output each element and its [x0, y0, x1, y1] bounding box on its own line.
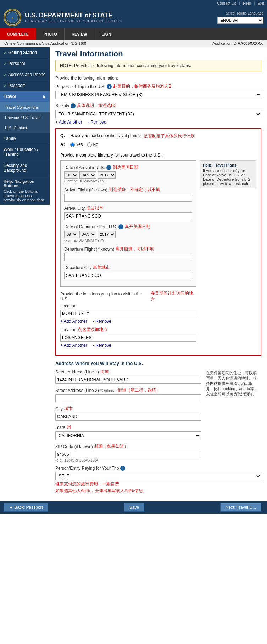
street2-optional: *Optional — [100, 388, 116, 393]
remove-location-2-link[interactable]: - Remove — [93, 343, 111, 348]
page-title: Travel Information — [55, 49, 261, 59]
add-location-2-link[interactable]: + Add Another — [60, 343, 87, 348]
sidebar-item-security-background[interactable]: Security and Background — [0, 160, 50, 176]
departure-date-annot: 离开美国日期 — [125, 224, 150, 230]
travel-help-text: If you are unsure of your Date of Arriva… — [203, 169, 253, 186]
departure-city-input[interactable] — [64, 272, 192, 279]
arrival-flight-label: Arrival Flight (if known) — [64, 187, 107, 192]
departure-date-group: Date of Departure from U.S. i 离开美国日期 09 … — [64, 224, 192, 242]
specify-annot: 具体说明，旅游选B2 — [77, 103, 116, 109]
city-group: City 城市 — [55, 406, 201, 421]
travel-plans-no-label[interactable]: No — [87, 142, 98, 147]
header-title-main: U.S. DEPARTMENT of STATE — [25, 12, 112, 19]
sidebar-item-work-education[interactable]: Work / Education / Training — [0, 144, 50, 160]
note-text: NOTE: Provide the following information … — [60, 63, 191, 68]
location-2-group: Location 点这里添加地点 + Add Another - Remove — [60, 327, 196, 348]
header: ★ U.S. DEPARTMENT of STATE CONSULAR ELEC… — [0, 6, 267, 28]
sidebar-item-address-phone[interactable]: ✓Address and Phone — [0, 69, 50, 80]
top-bar: Contact Us | Help | Exit — [0, 0, 267, 6]
save-button[interactable]: Save — [124, 503, 144, 512]
seal-icon: ★ — [4, 9, 21, 26]
contact-us-link[interactable]: Contact Us — [217, 1, 236, 5]
arrival-month-select[interactable]: JAN — [79, 171, 96, 179]
footer-bar: ◄ Back: Passport Save Next: Travel C... — [0, 501, 267, 514]
city-label: City — [55, 406, 63, 411]
street2-annot: 街道（第二行，选填） — [118, 387, 160, 393]
sidebar-item-personal[interactable]: ✓Personal — [0, 58, 50, 69]
travel-plans-help-box: Help: Travel Plans If you are unsure of … — [200, 160, 256, 188]
location-2-input[interactable] — [60, 334, 196, 342]
nav-review[interactable]: REVIEW — [65, 28, 94, 40]
purpose-info-icon[interactable]: i — [107, 84, 112, 89]
content-area: Travel Information NOTE: Provide the fol… — [50, 47, 267, 501]
sidebar-item-passport[interactable]: ✓Passport — [0, 80, 50, 91]
payer-label: Person/Entity Paying for Your Trip — [55, 466, 119, 471]
arrival-city-input[interactable] — [64, 212, 192, 220]
arrival-day-select[interactable]: 01 — [64, 171, 78, 179]
zip-input[interactable] — [55, 451, 201, 458]
location-1-input[interactable] — [60, 310, 196, 317]
departure-year-select[interactable]: 2017 — [98, 231, 116, 238]
specify-info-icon[interactable]: i — [71, 103, 76, 108]
departure-date-label: Date of Departure from U.S. — [64, 224, 117, 229]
sidebar-item-travel-companions[interactable]: Travel Companions — [0, 102, 50, 113]
arrival-date-format: (Format: DD-MMM-YYYY) — [64, 179, 192, 183]
sidebar-item-travel[interactable]: Travel ▶ — [0, 91, 50, 102]
remove-specify-link[interactable]: - Remove — [88, 120, 106, 125]
payer-select[interactable]: SELF — [55, 472, 261, 480]
exit-link[interactable]: Exit — [258, 1, 264, 5]
travel-plans-yes-radio[interactable] — [70, 142, 75, 147]
arrival-flight-input[interactable] — [64, 194, 192, 202]
tooltip-lang-label: Select Tooltip Language — [226, 11, 263, 15]
nav-photo[interactable]: PHOTO — [36, 28, 64, 40]
remove-location-link[interactable]: - Remove — [93, 319, 111, 324]
sidebar-item-previous-us-travel[interactable]: Previous U.S. Travel — [0, 113, 50, 123]
nav-sign[interactable]: SIGN — [94, 28, 118, 40]
arrival-year-select[interactable]: 2017 — [98, 171, 116, 179]
departure-flight-input[interactable] — [64, 253, 192, 261]
travel-plans-yes-label[interactable]: Yes — [70, 142, 83, 147]
navigation-bar: COMPLETE PHOTO REVIEW SIGN — [0, 28, 267, 40]
purpose-select[interactable]: TEMP. BUSINESS PLEASURE VISITOR (B) — [55, 91, 261, 99]
departure-city-label: Departure City — [64, 265, 91, 270]
next-button[interactable]: Next: Travel C... — [220, 503, 261, 512]
arrival-flight-annot: 到达航班，不确定可以不填 — [109, 187, 160, 193]
street2-input[interactable] — [55, 394, 201, 402]
travel-plans-question-row: Q: Have you made specific travel plans? … — [60, 133, 256, 139]
address-right-note: 在美停留期间的住址，可以填写第一天入住酒店的地址。很多网站提供免费预订酒店服务，… — [205, 369, 261, 398]
sidebar-item-getting-started[interactable]: ✓Getting Started — [0, 47, 50, 58]
travel-plans-radio-group: Yes No — [70, 142, 98, 147]
specify-group: Specify i 具体说明，旅游选B2 TOURISM/MEDICAL TRE… — [55, 103, 261, 125]
departure-city-annot: 离美城市 — [93, 264, 110, 271]
sidebar: ✓Getting Started ✓Personal ✓Address and … — [0, 47, 50, 205]
sidebar-item-us-contact[interactable]: U.S. Contact — [0, 123, 50, 133]
departure-day-select[interactable]: 09 — [64, 231, 78, 238]
payer-info-icon[interactable]: i — [120, 466, 125, 471]
departure-month-select[interactable]: JAN — [79, 231, 96, 238]
specify-select[interactable]: TOURISM/MEDICAL TREATMENT (B2) — [55, 110, 261, 118]
sidebar-item-family[interactable]: Family — [0, 133, 50, 144]
travel-plans-no-radio[interactable] — [87, 142, 92, 147]
city-input[interactable] — [55, 413, 201, 421]
zip-group: ZIP Code (if known) 邮编（如果知道） (e.g., 1234… — [55, 443, 201, 462]
nav-complete[interactable]: COMPLETE — [0, 28, 36, 40]
departure-flight-annot: 离开航班，可以不填 — [116, 246, 154, 252]
form-name: Online Nonimmigrant Visa Application (DS… — [4, 41, 87, 45]
arrival-date-info-icon[interactable]: i — [106, 165, 111, 170]
arrival-city-group: Arrival City 抵达城市 — [64, 205, 192, 220]
help-link[interactable]: Help — [243, 1, 251, 5]
state-select[interactable]: CALIFORNIA — [55, 431, 201, 440]
payer-annot2: 如果选其他人/组织，会弹出填写该人/组织信息。 — [55, 488, 261, 494]
specify-label: Specify — [55, 103, 69, 108]
sidebar-help-box: Help: Navigation Buttons Click on the bu… — [0, 176, 50, 205]
section-label: Provide the following information: — [55, 76, 261, 81]
locations-annot: 在美期间计划访问的地方 — [151, 290, 196, 302]
street1-input[interactable] — [55, 376, 201, 384]
departure-date-info-icon[interactable]: i — [118, 224, 123, 229]
language-select[interactable]: ENGLISH — [217, 17, 263, 24]
add-location-link[interactable]: + Add Another — [60, 319, 87, 324]
purpose-annot: 赴美目的，临时商务及旅游选B — [113, 83, 171, 89]
back-button[interactable]: ◄ Back: Passport — [4, 503, 48, 512]
add-another-specify-link[interactable]: + Add Another — [55, 120, 82, 125]
itinerary-label: Provide a complete itinerary for your tr… — [60, 153, 256, 158]
